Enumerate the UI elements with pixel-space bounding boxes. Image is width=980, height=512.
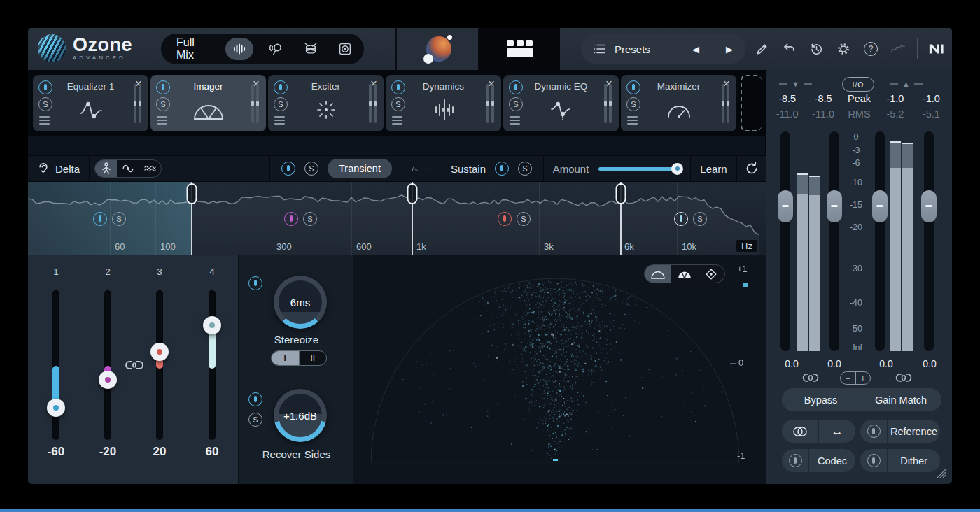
module-tab-maximizer[interactable]: Maximizer × S xyxy=(621,75,736,131)
polar-sample-mode-icon[interactable] xyxy=(645,265,671,283)
slider4-handle[interactable] xyxy=(203,316,221,334)
power-icon[interactable] xyxy=(156,80,170,94)
solo-icon[interactable]: S xyxy=(391,97,405,111)
solo-icon[interactable]: S xyxy=(38,97,52,111)
amount-slider-knob[interactable] xyxy=(671,163,683,175)
band3-power-icon[interactable] xyxy=(498,212,512,226)
channel-ops-button[interactable] xyxy=(782,420,818,443)
input-collapse-control[interactable]: ▼ xyxy=(779,80,812,88)
help-icon[interactable] xyxy=(862,41,879,57)
waves-mode-icon[interactable] xyxy=(139,160,161,177)
power-icon[interactable] xyxy=(626,80,640,94)
crossover-handle-2[interactable] xyxy=(407,183,418,204)
module-menu-icon[interactable] xyxy=(39,116,50,127)
output-fader-r-track[interactable] xyxy=(924,131,934,351)
band4-solo-icon[interactable]: S xyxy=(693,212,707,226)
preset-prev-button[interactable]: ◀ xyxy=(692,44,699,55)
recover-sides-knob[interactable]: +1.6dB xyxy=(274,389,327,442)
gain-match-button[interactable]: Gain Match xyxy=(860,388,941,411)
stereoize-knob[interactable]: 6ms xyxy=(274,276,327,329)
transient-solo-icon[interactable]: S xyxy=(304,162,318,176)
power-icon[interactable] xyxy=(391,80,405,94)
learn-button[interactable]: Learn xyxy=(700,163,727,175)
module-chain-icon[interactable] xyxy=(507,40,533,58)
undo-icon[interactable] xyxy=(780,41,797,57)
history-icon[interactable] xyxy=(808,41,825,57)
transient-power-icon[interactable] xyxy=(281,162,295,176)
sustain-power-icon[interactable] xyxy=(495,162,509,176)
stereoize-mode-2[interactable]: II xyxy=(300,351,327,365)
band2-power-icon[interactable] xyxy=(284,212,298,226)
presets-selector[interactable]: Presets ◀ ▶ xyxy=(581,34,746,64)
io-title[interactable]: I/O xyxy=(842,77,874,92)
reference-button[interactable]: Reference xyxy=(888,420,940,443)
mode-master-button[interactable] xyxy=(334,38,357,60)
stereoize-mode-1[interactable]: I xyxy=(272,351,299,365)
slider1-track[interactable] xyxy=(52,290,59,440)
slider3-handle[interactable] xyxy=(150,343,169,361)
stereo-placement-icon[interactable] xyxy=(95,160,117,177)
edit-pencil-icon[interactable] xyxy=(753,41,770,57)
module-tab-equalizer[interactable]: Equalizer 1 × S xyxy=(33,75,148,131)
input-fader-r-track[interactable] xyxy=(830,131,839,351)
band1-solo-icon[interactable]: S xyxy=(112,212,126,226)
module-menu-icon[interactable] xyxy=(274,116,285,127)
polar-level-mode-icon[interactable] xyxy=(671,265,698,283)
preset-next-button[interactable]: ▶ xyxy=(726,44,733,55)
module-menu-icon[interactable] xyxy=(627,116,638,127)
attack-shape-icon[interactable] xyxy=(412,161,419,176)
input-fader-l-track[interactable] xyxy=(780,131,790,351)
input-fader-r-handle[interactable] xyxy=(827,190,842,222)
link-sliders-icon[interactable] xyxy=(125,359,144,371)
module-tab-dynamics[interactable]: Dynamics × S xyxy=(386,75,501,131)
band3-solo-icon[interactable]: S xyxy=(517,212,531,226)
codec-button[interactable]: Codec xyxy=(809,449,855,472)
slider2-track[interactable] xyxy=(104,290,111,440)
stereoize-power-icon[interactable] xyxy=(248,276,262,290)
output-collapse-control[interactable]: ▲ xyxy=(890,80,923,88)
swap-channels-button[interactable]: ↔ xyxy=(819,420,855,443)
module-menu-icon[interactable] xyxy=(510,116,520,127)
slider2-handle[interactable] xyxy=(99,371,117,389)
power-icon[interactable] xyxy=(38,80,52,94)
gear-icon[interactable] xyxy=(835,41,852,57)
gain-trim-control[interactable] xyxy=(840,371,871,385)
reference-power-button[interactable] xyxy=(860,420,887,443)
chevron-down-icon[interactable] xyxy=(428,166,430,172)
amount-slider[interactable] xyxy=(598,167,681,171)
solo-icon[interactable]: S xyxy=(509,97,523,111)
solo-icon[interactable]: S xyxy=(274,97,288,111)
module-tab-exciter[interactable]: Exciter × S xyxy=(268,75,384,131)
sine-mode-icon[interactable] xyxy=(117,160,139,177)
sustain-solo-icon[interactable]: S xyxy=(518,162,532,176)
mode-vocal-button[interactable] xyxy=(265,38,288,60)
output-link-icon[interactable] xyxy=(895,372,912,383)
add-module-slot[interactable] xyxy=(741,75,762,131)
crossover-handle-3[interactable] xyxy=(616,183,626,204)
lissajous-mode-icon[interactable] xyxy=(698,265,724,283)
power-icon[interactable] xyxy=(274,80,288,94)
output-fader-l-track[interactable] xyxy=(875,131,885,351)
module-menu-icon[interactable] xyxy=(392,116,402,127)
module-tab-dynamic-eq[interactable]: Dynamic EQ × S xyxy=(503,75,619,131)
codec-power-button[interactable] xyxy=(782,449,808,472)
dither-button[interactable]: Dither xyxy=(888,449,940,472)
solo-icon[interactable]: S xyxy=(626,97,640,111)
recover-sides-power-icon[interactable] xyxy=(248,392,262,406)
resize-handle[interactable] xyxy=(937,469,946,478)
output-fader-l-handle[interactable] xyxy=(872,190,888,222)
band2-solo-icon[interactable]: S xyxy=(303,212,317,226)
band1-power-icon[interactable] xyxy=(93,212,107,226)
input-fader-l-handle[interactable] xyxy=(778,190,793,222)
mode-drums-button[interactable] xyxy=(300,38,323,60)
master-assistant-icon[interactable] xyxy=(426,36,451,62)
module-menu-icon[interactable] xyxy=(157,116,167,127)
delta-group[interactable]: Delta xyxy=(28,156,90,181)
mode-fullmix-button[interactable] xyxy=(225,38,253,60)
output-fader-r-handle[interactable] xyxy=(921,190,937,222)
crossover-handle-1[interactable] xyxy=(187,183,197,204)
reset-icon[interactable] xyxy=(744,161,760,176)
recover-sides-solo-icon[interactable]: S xyxy=(248,413,262,427)
slider1-handle[interactable] xyxy=(47,399,65,417)
input-link-icon[interactable] xyxy=(802,372,819,383)
